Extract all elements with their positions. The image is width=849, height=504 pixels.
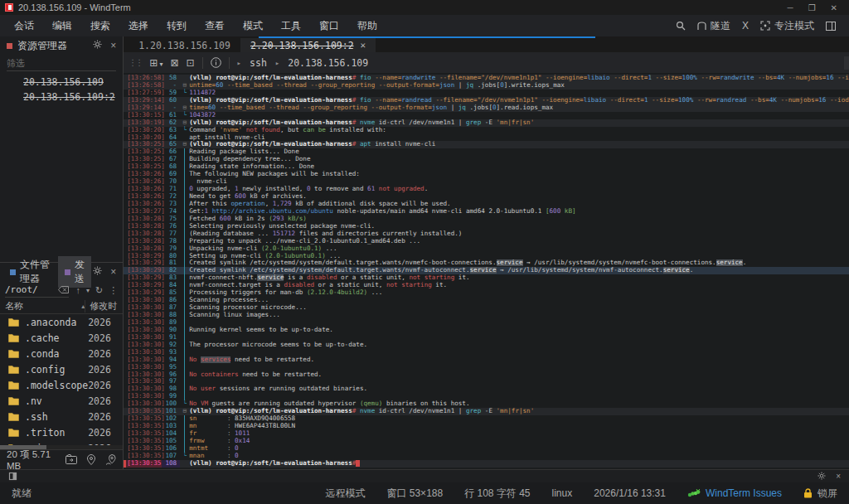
session-filter-input[interactable]: 筛选 [7,56,116,71]
fold-line-icon [180,356,189,364]
file-row[interactable]: .config2026 [0,361,123,377]
terminal-line: [13:30:27]74Get:1 http://archive.ubuntu.… [124,208,849,216]
line-text: (vllm) root@vip:/soft/lm-evaluation-harn… [189,460,849,468]
terminal-line: [13:30:28]76Selecting previously unselec… [124,223,849,230]
line-text: mntmt : 0 [189,445,849,453]
line-text: Scanning linux images... [189,312,849,319]
close-session-icon[interactable]: ⊠ [170,57,178,69]
file-row[interactable]: .conda2026 [0,346,123,361]
path-input[interactable]: /root/ [5,283,69,298]
column-header-date[interactable]: 修改时 [85,300,118,313]
menu-item-7[interactable]: 模式 [234,17,272,36]
detach-session-icon[interactable]: ⊡ [187,57,195,69]
line-text: fr : 1011 [189,430,849,438]
file-row[interactable]: .nv2026 [0,393,123,409]
breadcrumb-arrow-icon: ▸ [275,59,279,67]
windterm-issues-link[interactable]: WindTerm Issues [687,487,782,499]
file-date: 2026 [88,332,118,344]
fold-box-icon[interactable]: ⊟ [180,408,189,415]
terminal-tab[interactable]: 1.20.138.156.109 [129,38,240,52]
menu-item-3[interactable]: 搜索 [81,17,119,36]
status-window-size[interactable]: 窗口 53×188 [386,487,443,501]
menu-item-8[interactable]: 工具 [272,17,310,36]
terminal-line: [13:30:29]85Processing triggers for man-… [124,289,849,297]
menu-item-9[interactable]: 窗口 [310,17,348,36]
folder-icon [8,333,19,342]
terminal-line: [13:30:35]104fr : 1011 [124,430,849,438]
terminal-tab-bar: 1.20.138.156.1092.20.138.156.109:2✕ A + … [124,36,849,52]
x-server-button[interactable]: X [742,20,749,32]
terminal-line: [13:30:30]96No containers need to be res… [124,371,849,379]
menu-item-4[interactable]: 选择 [119,17,158,36]
explorer-title: 资源管理器 [17,39,67,53]
file-row[interactable]: .ssh2026 [0,409,123,424]
refresh-icon[interactable]: ↻ [95,285,103,296]
session-info-icon[interactable] [211,57,221,68]
session-pane-icon[interactable] [8,472,17,481]
quickbar-gear-icon[interactable] [817,472,826,481]
new-session-icon[interactable]: ⊞ ▾ [149,57,163,69]
tunnel-button[interactable]: 隧道 [697,19,730,33]
open-location-icon[interactable] [65,454,77,465]
column-header-name[interactable]: 名称 ▴ [5,300,85,313]
menu-item-5[interactable]: 转到 [158,17,196,36]
file-row[interactable]: .cache2026 [0,330,123,346]
line-text: 0 upgraded, 1 newly installed, 0 to remo… [189,186,849,193]
fold-line-icon [180,364,189,371]
close-button[interactable]: ✕ [831,3,837,12]
line-text: No VM guests are running outdated hyperv… [189,400,849,408]
maximize-button[interactable]: ❐ [808,3,816,12]
breadcrumb-protocol[interactable]: ssh [250,57,267,69]
layout-icon[interactable] [826,22,836,31]
file-row[interactable]: .triton2026 [0,424,123,440]
search-icon[interactable] [676,21,686,31]
lock-screen-button[interactable]: 锁屏 [803,487,837,501]
status-remote-mode[interactable]: 远程模式 [325,487,365,501]
terminal-tab[interactable]: 2.20.138.156.109:2✕ [240,38,376,52]
menu-item-2[interactable]: 编辑 [43,17,81,36]
parent-folder-icon[interactable]: ↑ [75,285,80,295]
file-row[interactable]: .modelscope2026 [0,377,123,393]
horizontal-scrollbar[interactable] [0,445,123,449]
line-text: apt install nvme-cli [189,134,849,142]
file-count-status: 20 项 5.71 MB [7,448,61,471]
fold-line-icon [180,223,189,230]
file-name: .triton [25,427,88,439]
terminal-pane: 1.20.138.156.1092.20.138.156.109:2✕ A + … [124,36,849,469]
fold-line-icon [180,334,189,342]
terminal-line: [13:30:30]87Scanning processor microcode… [124,304,849,312]
path-dropdown-icon[interactable]: ▾ [86,287,90,294]
terminal-line: [13:30:30]98No user sessions are running… [124,385,849,393]
terminal-output[interactable]: [13:26:58]58(vllm) root@vip:/soft/lm-eva… [124,73,849,469]
file-panel-gear-icon[interactable] [93,266,102,278]
terminal-toolbar: ⋮⋮ ⊞ ▾ ⊠ ⊡ ▸ ssh ▸ 20.138.156.109 > ▾ ⋮ [124,52,849,73]
fold-box-icon[interactable]: ⊟ [180,141,189,148]
toolbar-drag-handle[interactable]: ⋮⋮ [129,58,142,67]
track-location-icon[interactable] [105,454,116,465]
file-menu-kebab-icon[interactable]: ⋮ [109,285,118,296]
fold-gutter [180,460,189,468]
menu-item-6[interactable]: 查看 [196,17,234,36]
quickbar-close-icon[interactable]: × [836,472,841,481]
location-pin-icon[interactable] [87,454,95,465]
minimize-button[interactable]: ─ [788,3,793,12]
status-os[interactable]: linux [552,487,573,499]
status-cursor-position[interactable]: 行 108 字符 45 [464,487,530,501]
line-text: Get:1 http://archive.ubuntu.com/ubuntu n… [189,208,849,216]
file-row[interactable]: .anaconda2026 [0,314,123,330]
menu-item-10[interactable]: 帮助 [348,17,386,36]
explorer-settings-gear-icon[interactable] [93,40,102,51]
file-date: 2026 [88,395,118,407]
tab-close-icon[interactable]: ✕ [361,40,366,51]
breadcrumb-host[interactable]: 20.138.156.109 [288,57,368,69]
file-panel-close-icon[interactable]: × [110,266,116,278]
clear-path-icon[interactable] [58,286,69,293]
session-item[interactable]: 20.138.156.109:2 [0,90,123,104]
line-text [189,393,849,400]
session-item[interactable]: 20.138.156.109 [0,75,123,90]
explorer-close-icon[interactable]: × [110,40,116,51]
fold-line-icon [180,327,189,334]
menu-item-1[interactable]: 会话 [5,17,43,36]
focus-mode-button[interactable]: 专注模式 [760,19,814,33]
terminal-line: [13:30:29]83nvmf-connect-nbft.service is… [124,274,849,282]
